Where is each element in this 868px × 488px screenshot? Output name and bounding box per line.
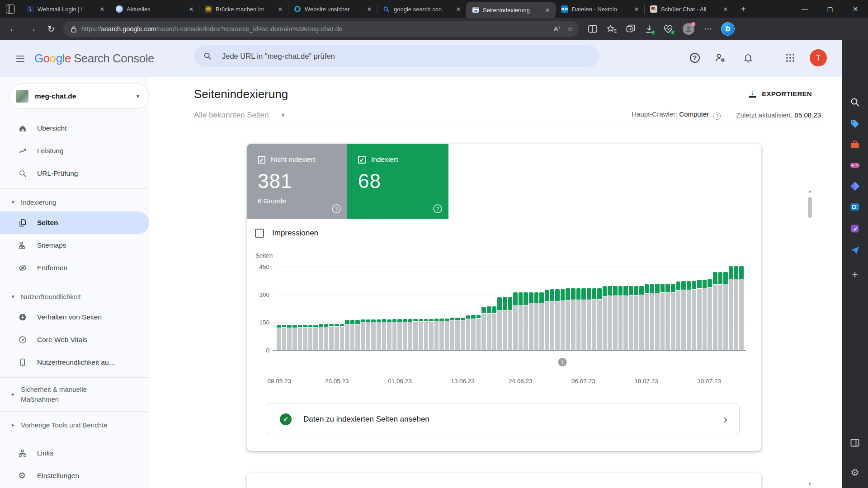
bar-day-60[interactable]	[592, 288, 597, 350]
bar-day-51[interactable]	[545, 290, 549, 350]
sidebar-item-einstellungen[interactable]: ⚙Einstellungen	[0, 465, 149, 487]
bar-day-72[interactable]	[655, 284, 660, 350]
browser-tab-6[interactable]: Seitenindexierung ✕	[466, 2, 555, 18]
browser-tab-8[interactable]: Schüler Chat - All ✕	[644, 0, 733, 18]
sidebar-section-nutzerfreundlichkeit[interactable]: ▼Nutzerfreundlichkeit	[0, 287, 149, 306]
collections-icon[interactable]	[626, 24, 635, 33]
annotation-marker[interactable]: 1	[558, 358, 567, 366]
bar-day-83[interactable]	[713, 272, 717, 350]
minimize-button[interactable]: —	[792, 0, 817, 18]
bar-day-55[interactable]	[566, 288, 570, 350]
bar-day-84[interactable]	[718, 272, 723, 350]
designer-icon[interactable]	[849, 222, 861, 235]
bar-day-23[interactable]	[397, 319, 402, 350]
browser-tab-2[interactable]: Aktuelles ✕	[110, 0, 199, 18]
help-icon[interactable]: ?	[688, 51, 702, 65]
gsc-logo[interactable]: GoogleSearch Console	[34, 52, 154, 66]
bar-day-79[interactable]	[692, 281, 696, 350]
bar-day-40[interactable]	[487, 306, 491, 350]
bar-day-10[interactable]	[329, 324, 334, 350]
browser-tab-5[interactable]: google search con ✕	[377, 0, 466, 18]
bar-day-39[interactable]	[481, 307, 486, 350]
bar-day-88[interactable]	[739, 266, 744, 350]
bar-day-66[interactable]	[623, 286, 628, 351]
sidebar-item-url-pr-fung[interactable]: URL-Prüfung	[0, 162, 149, 185]
bar-day-78[interactable]	[687, 281, 691, 350]
bar-day-53[interactable]	[555, 289, 560, 350]
sidebar-section-indexierung[interactable]: ▼Indexierung	[0, 192, 149, 211]
bar-day-4[interactable]	[298, 325, 302, 350]
bar-day-77[interactable]	[681, 281, 686, 350]
bar-day-80[interactable]	[697, 280, 702, 350]
address-bar[interactable]: https://search.google.com/search-console…	[63, 21, 579, 37]
read-aloud-icon[interactable]: A⁾	[554, 25, 560, 33]
refresh-button[interactable]: ↻	[42, 24, 61, 34]
sidebar-item-links[interactable]: Links	[0, 442, 149, 465]
bar-day-43[interactable]	[503, 297, 507, 350]
bar-day-61[interactable]	[597, 288, 602, 350]
bar-day-85[interactable]	[723, 272, 728, 350]
page-scrollbar[interactable]: ▲ ▼	[806, 188, 814, 488]
bar-day-31[interactable]	[439, 319, 444, 350]
bar-day-34[interactable]	[455, 318, 460, 350]
bar-day-62[interactable]	[603, 286, 607, 350]
tab-close-icon[interactable]: ✕	[187, 6, 195, 13]
bar-day-29[interactable]	[429, 319, 434, 350]
bar-day-27[interactable]	[419, 319, 423, 350]
tab-close-icon[interactable]: ✕	[276, 6, 284, 13]
bar-day-65[interactable]	[618, 286, 623, 350]
browser-tab-3[interactable]: Brücke machen im ✕	[199, 0, 288, 18]
bar-day-15[interactable]	[355, 320, 360, 350]
bar-day-24[interactable]	[403, 319, 407, 350]
browser-tab-1[interactable]: \ Webmail Login | I ✕	[21, 0, 110, 18]
bar-day-87[interactable]	[734, 266, 738, 350]
split-screen-icon[interactable]	[588, 25, 597, 33]
bar-day-81[interactable]	[703, 280, 707, 350]
outlook-icon[interactable]	[849, 201, 861, 213]
more-menu-icon[interactable]: ⋯	[704, 24, 712, 34]
bar-day-19[interactable]	[377, 319, 381, 350]
bar-day-7[interactable]	[313, 325, 318, 350]
indexed-statbox[interactable]: ✓Indexiert 68 ?	[347, 144, 448, 219]
bar-day-54[interactable]	[561, 289, 565, 350]
bar-day-28[interactable]	[424, 319, 429, 350]
bar-series[interactable]	[277, 267, 743, 350]
scrollbar-thumb[interactable]	[808, 197, 812, 218]
bar-day-56[interactable]	[571, 288, 576, 350]
downloads-icon[interactable]: ✓	[645, 24, 654, 33]
bar-day-46[interactable]	[519, 292, 523, 350]
bar-day-69[interactable]	[639, 286, 644, 350]
checkbox-checked-icon[interactable]: ✓	[358, 156, 366, 164]
browser-tab-7[interactable]: Dateien - Nextclo ✕	[555, 0, 644, 18]
bar-day-71[interactable]	[650, 284, 654, 350]
bar-day-50[interactable]	[539, 292, 544, 350]
copilot-bing-icon[interactable]: b	[721, 22, 735, 36]
bar-day-57[interactable]	[576, 288, 581, 351]
tab-close-icon[interactable]: ✕	[98, 6, 106, 13]
bar-day-70[interactable]	[645, 284, 649, 350]
bar-day-38[interactable]	[476, 315, 481, 350]
not-indexed-statbox[interactable]: ✓Nicht indexiert 381 6 Gründe ?	[247, 144, 347, 219]
maximize-button[interactable]: ▢	[817, 0, 843, 18]
bar-day-68[interactable]	[634, 286, 639, 350]
bar-day-5[interactable]	[303, 325, 307, 350]
sidebar-item-sitemaps[interactable]: Sitemaps	[0, 234, 149, 257]
help-icon[interactable]: ?	[433, 204, 442, 213]
page-filter-dropdown[interactable]: Alle bekannten Seiten▼	[194, 111, 285, 120]
export-button[interactable]: EXPORTIEREN	[749, 90, 812, 98]
impressions-toggle[interactable]: Impressionen	[255, 229, 318, 238]
add-icon[interactable]: +	[849, 268, 861, 281]
google-apps-grid-icon[interactable]	[783, 51, 797, 65]
tab-close-icon[interactable]: ✕	[365, 6, 373, 13]
tab-close-icon[interactable]: ✕	[632, 6, 641, 13]
sidebar-item-entfernen[interactable]: Entfernen	[0, 257, 149, 279]
main-menu-icon[interactable]	[16, 54, 24, 64]
browser-tab-4[interactable]: Website unsicher ✕	[288, 0, 377, 18]
bar-day-37[interactable]	[471, 315, 476, 350]
settings-icon[interactable]: ⚙	[849, 466, 861, 479]
microsoft365-icon[interactable]	[849, 138, 861, 151]
bar-day-73[interactable]	[660, 284, 665, 350]
bar-day-45[interactable]	[513, 292, 518, 350]
bar-day-18[interactable]	[371, 319, 376, 350]
browser-essentials-icon[interactable]: ✓	[663, 25, 673, 33]
